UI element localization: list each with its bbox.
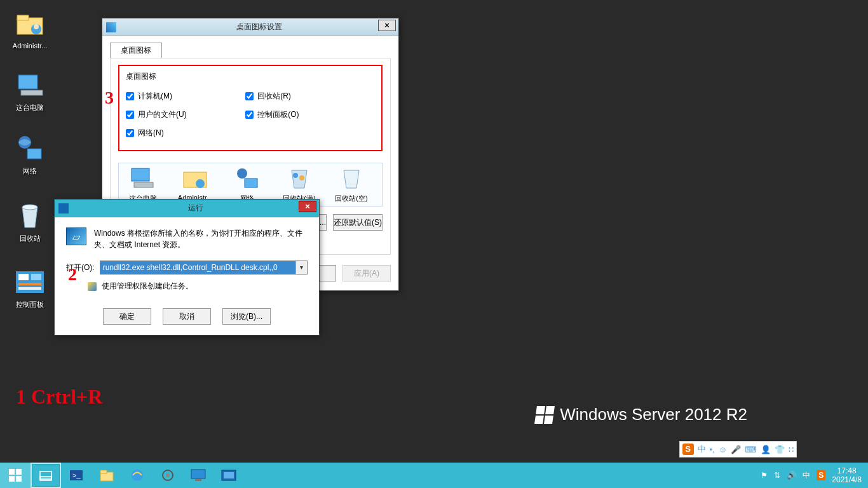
- check-controlpanel[interactable]: 控制面板(O): [245, 109, 365, 120]
- svg-rect-5: [21, 90, 43, 95]
- ime-user-icon[interactable]: 👤: [761, 445, 771, 454]
- taskbar-spacer: [244, 463, 754, 488]
- taskbar-server-manager[interactable]: [31, 463, 61, 488]
- svg-rect-14: [132, 168, 149, 181]
- svg-point-21: [299, 175, 304, 180]
- annotation-2: 2: [68, 264, 77, 285]
- group-legend: 桌面图标: [126, 71, 375, 82]
- preview-network[interactable]: 网络: [227, 166, 268, 203]
- svg-rect-19: [245, 179, 257, 187]
- taskbar-display[interactable]: [183, 463, 214, 488]
- preview-this-pc[interactable]: 这台电脑: [123, 166, 163, 203]
- dropdown-arrow-icon[interactable]: ▾: [295, 261, 307, 274]
- ime-punct[interactable]: •,: [710, 445, 715, 454]
- tray-lang[interactable]: 中: [803, 470, 810, 481]
- restore-defaults-button[interactable]: 还原默认值(S): [333, 214, 383, 231]
- svg-point-30: [166, 473, 170, 477]
- cancel-button[interactable]: 取消: [163, 308, 211, 325]
- preview-userfolder[interactable]: Administr...: [175, 166, 215, 203]
- tray-sogou-icon[interactable]: S: [817, 470, 825, 480]
- tray-flag-icon[interactable]: ⚑: [761, 471, 768, 480]
- windows-logo-icon: [534, 406, 555, 424]
- sogou-icon[interactable]: S: [682, 444, 694, 455]
- check-userfiles[interactable]: 用户的文件(U): [126, 109, 245, 120]
- browse-button[interactable]: 浏览(B)...: [222, 308, 271, 325]
- desktop-this-pc[interactable]: 这台电脑: [8, 70, 52, 112]
- taskbar-settings[interactable]: [153, 463, 183, 488]
- run-icon: ▱: [66, 227, 86, 245]
- close-button[interactable]: ×: [299, 201, 316, 212]
- svg-rect-27: [100, 470, 107, 473]
- ime-toolbar[interactable]: S 中 •, ☺ 🎤 ⌨ 👤 👕 ∷: [679, 441, 797, 458]
- shield-icon: [88, 282, 97, 291]
- titlebar[interactable]: 运行 ×: [55, 200, 319, 217]
- icon-label: 这台电脑: [8, 103, 52, 112]
- window-icon: [106, 22, 116, 32]
- control-panel-icon: [15, 267, 45, 297]
- icon-label: Administr...: [8, 42, 52, 50]
- annotation-1: 1 Crtrl+R: [16, 385, 102, 409]
- svg-point-17: [196, 179, 205, 188]
- run-description: Windows 将根据你所输入的名称，为你打开相应的程序、文件夹、文档或 Int…: [94, 227, 308, 250]
- check-recycle[interactable]: 回收站(R): [245, 91, 365, 102]
- icon-label: 网络: [8, 166, 52, 176]
- run-window-icon: [58, 203, 69, 214]
- ok-button[interactable]: 确定: [103, 308, 151, 325]
- ime-lang[interactable]: 中: [698, 444, 706, 455]
- network-icon: [15, 133, 45, 164]
- svg-point-3: [34, 24, 39, 29]
- taskbar-ie[interactable]: [122, 463, 153, 488]
- desktop-icons-group: 桌面图标 计算机(M) 回收站(R) 用户的文件(U) 控制面板(O) 网络(N…: [118, 65, 383, 151]
- apply-button[interactable]: 应用(A): [342, 265, 391, 281]
- run-title: 运行: [72, 203, 319, 214]
- checkbox[interactable]: [245, 111, 254, 119]
- desktop-control-panel[interactable]: 控制面板: [8, 267, 52, 309]
- checkbox[interactable]: [245, 92, 254, 100]
- close-button[interactable]: ×: [378, 20, 396, 31]
- svg-rect-15: [134, 182, 153, 187]
- taskbar-run[interactable]: [214, 463, 244, 488]
- checkbox[interactable]: [126, 111, 134, 119]
- check-computer[interactable]: 计算机(M): [126, 91, 245, 102]
- taskbar-explorer[interactable]: [92, 463, 122, 488]
- ime-mic-icon[interactable]: 🎤: [731, 445, 741, 454]
- svg-rect-23: [40, 477, 51, 480]
- tray-clock[interactable]: 17:48 2021/4/8: [832, 466, 862, 485]
- desktop-recycle-bin[interactable]: 回收站: [8, 201, 52, 243]
- desktop-user-folder[interactable]: Administr...: [8, 9, 52, 50]
- svg-rect-13: [18, 287, 41, 290]
- checkbox[interactable]: [126, 92, 134, 100]
- tray-volume-icon[interactable]: 🔊: [787, 471, 796, 480]
- svg-rect-7: [27, 149, 41, 159]
- svg-rect-11: [31, 274, 41, 280]
- svg-rect-32: [195, 479, 201, 481]
- ime-skin-icon[interactable]: 👕: [775, 445, 785, 454]
- open-combobox[interactable]: ▾: [100, 261, 308, 274]
- titlebar[interactable]: 桌面图标设置 ×: [102, 18, 398, 36]
- taskbar-powershell[interactable]: >_: [61, 463, 92, 488]
- open-input[interactable]: [100, 261, 295, 274]
- preview-recycle-full[interactable]: 回收站(满): [279, 166, 320, 203]
- check-network[interactable]: 网络(N): [126, 128, 245, 139]
- desktop-network[interactable]: 网络: [8, 133, 52, 176]
- ime-emoji-icon[interactable]: ☺: [719, 445, 727, 454]
- checkbox[interactable]: [126, 129, 134, 137]
- start-button[interactable]: [0, 463, 31, 488]
- svg-rect-31: [191, 470, 205, 478]
- tab-desktop-icons[interactable]: 桌面图标: [110, 43, 162, 58]
- watermark: Windows Server 2012 R2: [536, 405, 747, 424]
- window-title: 桌面图标设置: [120, 22, 398, 32]
- tab-strip: 桌面图标: [110, 43, 391, 58]
- taskbar: >_ ⚑ ⇅ 🔊 中 S 17:48 2021/4/8: [0, 463, 868, 488]
- ime-keyboard-icon[interactable]: ⌨: [745, 445, 757, 454]
- icon-label: 控制面板: [8, 300, 52, 309]
- ime-menu-icon[interactable]: ∷: [789, 445, 794, 454]
- system-tray[interactable]: ⚑ ⇅ 🔊 中 S 17:48 2021/4/8: [754, 463, 868, 488]
- svg-rect-34: [224, 472, 234, 478]
- preview-recycle-empty[interactable]: 回收站(空): [331, 166, 372, 203]
- svg-rect-1: [17, 15, 29, 20]
- tray-network-icon[interactable]: ⇅: [774, 471, 780, 480]
- svg-point-18: [237, 168, 247, 179]
- svg-rect-12: [18, 283, 41, 285]
- icon-label: 回收站: [8, 234, 52, 243]
